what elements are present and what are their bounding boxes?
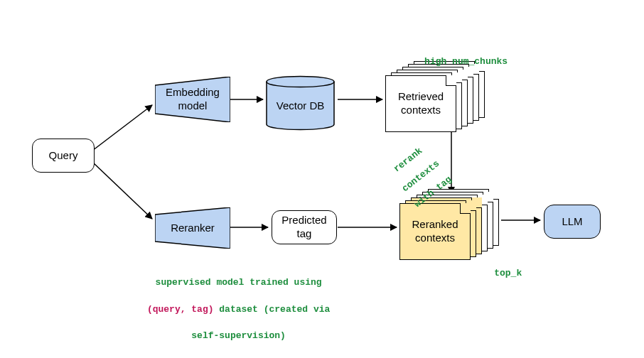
svg-line-1 — [92, 162, 152, 219]
svg-line-0 — [92, 105, 152, 151]
llm-label: LLM — [562, 215, 582, 229]
embedding-model-label: Embedding model — [155, 86, 230, 113]
query-label: Query — [49, 149, 78, 163]
reranked-contexts-label: Reranked contexts — [412, 218, 458, 245]
reranker-node: Reranker — [155, 207, 230, 249]
top-k-annotation: top_k — [472, 257, 515, 289]
vector-db-label: Vector DB — [277, 99, 325, 113]
retrieved-contexts-label: Retrieved contexts — [398, 90, 444, 117]
high-num-chunks-annotation: high num_chunks — [398, 45, 512, 77]
supervision-annotation: supervised model trained using (query, t… — [114, 263, 341, 357]
predicted-tag-label: Predicted tag — [281, 214, 326, 241]
embedding-model-node: Embedding model — [155, 77, 230, 122]
vector-db-node: Vector DB — [267, 87, 334, 126]
query-node: Query — [32, 139, 95, 173]
llm-node: LLM — [544, 205, 601, 239]
reranker-label: Reranker — [155, 222, 230, 235]
predicted-tag-node: Predicted tag — [272, 210, 337, 244]
